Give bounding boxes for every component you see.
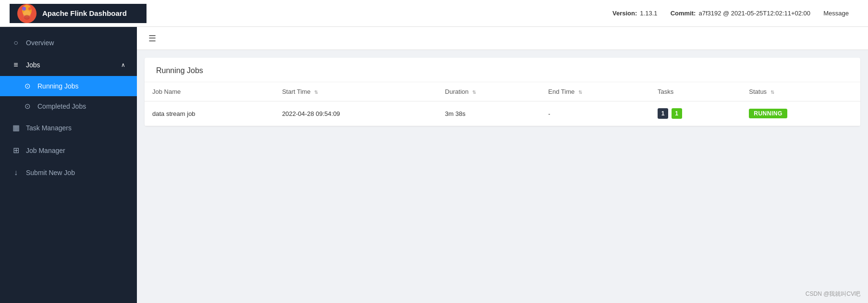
cell-tasks: 1 1 — [650, 101, 741, 126]
completed-jobs-icon: ⊙ — [23, 102, 32, 111]
sidebar-item-overview[interactable]: ○ Overview — [0, 32, 137, 54]
submit-new-job-icon: ↓ — [12, 168, 20, 177]
col-tasks: Tasks — [650, 82, 741, 101]
commit-value: a7f3192 @ 2021-05-25T12:02:11+02:00 — [698, 10, 810, 17]
cell-end-time: - — [540, 101, 650, 126]
col-duration[interactable]: Duration ⇅ — [437, 82, 540, 101]
main-content: ☰ Running Jobs Job Name Start Time ⇅ — [137, 27, 868, 303]
sidebar-label-overview: Overview — [26, 39, 125, 47]
sort-duration-icon: ⇅ — [472, 89, 476, 95]
sidebar-item-task-managers[interactable]: ▦ Task Managers — [0, 116, 137, 139]
col-end-time[interactable]: End Time ⇅ — [540, 82, 650, 101]
svg-point-3 — [22, 7, 26, 11]
message-label: Message — [823, 10, 849, 17]
status-badge: RUNNING — [749, 109, 787, 118]
sidebar-label-task-managers: Task Managers — [26, 124, 125, 132]
task-badge-dark: 1 — [658, 108, 668, 119]
sidebar-label-jobs: Jobs — [26, 61, 115, 69]
sidebar-label-submit-new-job: Submit New Job — [26, 169, 125, 177]
sort-status-icon: ⇅ — [770, 89, 774, 95]
jobs-icon: ≡ — [12, 61, 20, 69]
col-start-time[interactable]: Start Time ⇅ — [274, 82, 437, 101]
header-divider-2 — [815, 10, 819, 17]
flink-logo-icon — [17, 4, 37, 23]
running-jobs-section: Running Jobs Job Name Start Time ⇅ Durat… — [145, 58, 860, 126]
overview-icon: ○ — [12, 38, 20, 47]
sidebar-item-submit-new-job[interactable]: ↓ Submit New Job — [0, 162, 137, 184]
header-divider-1 — [662, 10, 665, 17]
table-body: data stream job 2022-04-28 09:54:09 3m 3… — [145, 101, 860, 126]
col-job-name: Job Name — [145, 82, 274, 101]
sidebar-item-job-manager[interactable]: ⊞ Job Manager — [0, 139, 137, 162]
sidebar-item-completed-jobs[interactable]: ⊙ Completed Jobs — [0, 96, 137, 116]
svg-point-5 — [24, 15, 30, 20]
sidebar-label-running-jobs: Running Jobs — [37, 82, 79, 90]
job-manager-icon: ⊞ — [12, 146, 20, 155]
sidebar-label-job-manager: Job Manager — [26, 147, 125, 154]
sidebar-brand: Apache Flink Dashboard — [10, 4, 147, 23]
cell-job-name: data stream job — [145, 101, 274, 126]
sort-start-time-icon: ⇅ — [314, 89, 318, 95]
jobs-table: Job Name Start Time ⇅ Duration ⇅ End Tim… — [145, 82, 860, 126]
cell-status: RUNNING — [741, 101, 860, 126]
sort-end-time-icon: ⇅ — [578, 89, 582, 95]
header-info: Version: 1.13.1 Commit: a7f3192 @ 2021-0… — [147, 10, 858, 17]
task-badge-green: 1 — [672, 108, 682, 119]
running-jobs-icon: ⊙ — [23, 82, 32, 90]
content-header: ☰ — [137, 27, 868, 50]
task-managers-icon: ▦ — [12, 123, 20, 132]
table-row[interactable]: data stream job 2022-04-28 09:54:09 3m 3… — [145, 101, 860, 126]
sidebar-item-running-jobs[interactable]: ⊙ Running Jobs — [0, 76, 137, 96]
version-value: 1.13.1 — [640, 10, 657, 17]
running-jobs-section-header: Running Jobs — [145, 58, 860, 82]
running-jobs-title: Running Jobs — [156, 66, 203, 75]
cell-duration: 3m 38s — [437, 101, 540, 126]
svg-point-4 — [28, 7, 31, 10]
sidebar-item-jobs[interactable]: ≡ Jobs ∧ — [0, 54, 137, 76]
version-label: Version: — [612, 10, 637, 17]
sidebar-label-completed-jobs: Completed Jobs — [37, 102, 86, 110]
app-title: Apache Flink Dashboard — [42, 9, 127, 17]
commit-label: Commit: — [671, 10, 696, 17]
watermark: CSDN @我就叫CV吧 — [806, 290, 860, 298]
table-header: Job Name Start Time ⇅ Duration ⇅ End Tim… — [145, 82, 860, 101]
layout: ○ Overview ≡ Jobs ∧ ⊙ Running Jobs ⊙ Com… — [0, 27, 868, 303]
sidebar: ○ Overview ≡ Jobs ∧ ⊙ Running Jobs ⊙ Com… — [0, 27, 137, 303]
col-status[interactable]: Status ⇅ — [741, 82, 860, 101]
top-header: Apache Flink Dashboard Version: 1.13.1 C… — [0, 0, 868, 27]
cell-start-time: 2022-04-28 09:54:09 — [274, 101, 437, 126]
hamburger-icon[interactable]: ☰ — [148, 33, 156, 44]
jobs-chevron-icon: ∧ — [121, 62, 125, 68]
